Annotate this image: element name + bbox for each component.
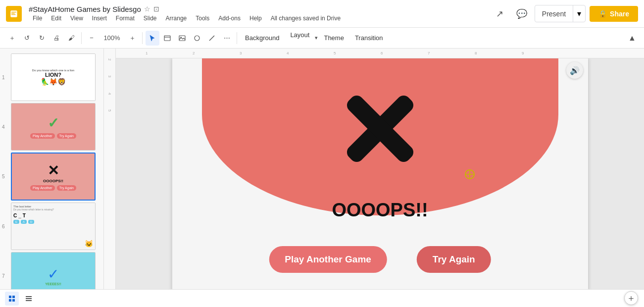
svg-rect-18	[12, 299, 15, 302]
theme-btn[interactable]: Theme	[319, 31, 348, 45]
transition-btn[interactable]: Transition	[350, 31, 388, 45]
redo-btn[interactable]: ↻	[35, 31, 49, 46]
text-box-btn[interactable]	[160, 31, 174, 46]
present-dropdown-arrow[interactable]: ▾	[573, 5, 585, 22]
slide6-btn-e: E	[13, 220, 19, 224]
slide4-btns: Play Another Try Again	[30, 133, 76, 139]
zoom-level[interactable]: 100%	[99, 31, 124, 46]
menu-edit[interactable]: Edit	[47, 14, 65, 23]
comments-icon[interactable]: 💬	[513, 5, 531, 23]
menu-bar: File Edit View Insert Format Slide Arran…	[29, 14, 341, 23]
divider1	[81, 32, 82, 44]
x-mark	[336, 84, 425, 180]
slide5-btn1: Play Another	[30, 185, 55, 191]
present-label[interactable]: Present	[535, 6, 573, 21]
svg-line-9	[209, 36, 214, 41]
slide1-preview: Do you know which one is a lion LION? 🦜🦊…	[11, 54, 95, 101]
zoom-in-btn[interactable]: ＋	[125, 31, 139, 46]
new-slide-btn[interactable]: ＋	[5, 31, 19, 46]
slide6-btns: E A D	[13, 220, 34, 224]
slide-num-7: 7	[2, 273, 5, 278]
slide6-subtitle: Do you know which letter is missing?	[13, 208, 54, 211]
ruler-mark-7: 7	[428, 51, 430, 55]
svg-rect-16	[12, 296, 15, 298]
menu-tools[interactable]: Tools	[192, 14, 213, 23]
more-tools-btn[interactable]: ⋯	[220, 31, 234, 46]
menu-slide[interactable]: Slide	[140, 14, 161, 23]
slide4-check: ✓	[48, 115, 59, 131]
undo-btn[interactable]: ↺	[20, 31, 34, 46]
share-label: Share	[610, 10, 629, 18]
slide1-answer: LION?	[45, 72, 61, 78]
menu-addons[interactable]: Add-ons	[214, 14, 245, 23]
play-another-game-button[interactable]: Play Another Game	[269, 246, 387, 273]
app-title-row: #StayAtHome Games by Slidesgo ☆ ⊡	[29, 5, 341, 13]
collapse-toolbar-btn[interactable]: ▲	[625, 31, 639, 45]
slide-thumb-5[interactable]: 5 ✕ OOOOPS!! Play Another Try Again	[11, 153, 96, 200]
select-tool[interactable]	[146, 31, 159, 46]
slide4-btn2: Try Again	[57, 133, 76, 139]
slide6-btn-d: D	[28, 220, 34, 224]
svg-rect-19	[26, 296, 32, 297]
slide5-btn2: Try Again	[57, 185, 76, 191]
oooops-text: OOOOPS!!	[332, 200, 428, 221]
ruler-mark-5: 5	[334, 51, 336, 55]
bottom-bar: ＋	[0, 289, 644, 307]
slide4-preview: ✓ Play Another Try Again	[11, 103, 95, 150]
layout-label[interactable]: Layout	[285, 31, 314, 45]
try-again-button[interactable]: Try Again	[417, 246, 491, 273]
line-btn[interactable]	[205, 31, 219, 46]
slide-num-1: 1	[2, 75, 5, 80]
slide-thumb-7[interactable]: 7 ✓ YEEEES!!	[11, 252, 96, 289]
divider2	[142, 32, 143, 44]
ruler-mark-3: 3	[240, 51, 242, 55]
menu-help[interactable]: Help	[246, 14, 266, 23]
menu-file[interactable]: File	[29, 14, 46, 23]
add-element-btn[interactable]: ＋	[624, 291, 638, 305]
zoom-out-btn[interactable]: −	[85, 31, 99, 46]
menu-insert[interactable]: Insert	[88, 14, 111, 23]
paintformat-btn[interactable]: 🖌	[64, 31, 78, 46]
slide5-btns: Play Another Try Again	[30, 185, 76, 191]
ruler-mark-4: 4	[287, 51, 289, 55]
svg-rect-21	[26, 300, 32, 301]
svg-rect-15	[9, 296, 11, 298]
slide-num-5: 5	[2, 174, 5, 179]
shapes-btn[interactable]	[190, 31, 204, 46]
title-area: #StayAtHome Games by Slidesgo ☆ ⊡ File E…	[29, 5, 341, 23]
grid-view-btn[interactable]	[5, 292, 19, 306]
menu-format[interactable]: Format	[112, 14, 139, 23]
top-bar: #StayAtHome Games by Slidesgo ☆ ⊡ File E…	[0, 0, 644, 28]
slide-thumb-1[interactable]: 1 Do you know which one is a lion LION? …	[11, 53, 96, 101]
present-button-group: Present ▾	[535, 5, 586, 22]
action-buttons: Play Another Game Try Again	[269, 246, 491, 273]
ruler-mark-8: 8	[475, 51, 477, 55]
slide4-btn1: Play Another	[30, 133, 55, 139]
layout-arrow[interactable]: ▾	[315, 35, 318, 41]
slide-thumb-4[interactable]: 4 ✓ Play Another Try Again	[11, 103, 96, 151]
slide-canvas: OOOOPS!! Play Another Game Try Again 🔊	[172, 58, 588, 289]
sound-button[interactable]: 🔊	[566, 62, 583, 79]
ruler-mark-2: 2	[193, 51, 195, 55]
slide7-text: YEEEES!!	[45, 282, 61, 286]
slide-thumb-6[interactable]: 6 The last letter Do you know which lett…	[11, 203, 96, 250]
list-view-btn[interactable]	[22, 292, 36, 306]
menu-view[interactable]: View	[66, 14, 87, 23]
layout-dropdown[interactable]: Layout ▾	[285, 31, 318, 45]
slide-num-6: 6	[2, 223, 5, 229]
activity-icon[interactable]: ↗	[491, 5, 509, 23]
canvas-wrapper: OOOOPS!! Play Another Game Try Again 🔊	[116, 58, 644, 289]
slide6-letters: C_T	[13, 213, 26, 218]
ruler-mark-1: 1	[146, 51, 148, 55]
share-button[interactable]: 🔒 Share	[590, 6, 638, 22]
folder-icon[interactable]: ⊡	[153, 5, 159, 13]
background-btn[interactable]: Background	[240, 31, 284, 45]
print-btn[interactable]: 🖨	[50, 31, 63, 46]
image-btn[interactable]	[175, 31, 189, 46]
svg-rect-6	[179, 36, 185, 41]
divider3	[237, 32, 237, 44]
star-icon[interactable]: ☆	[144, 5, 150, 13]
app-title-text: #StayAtHome Games by Slidesgo	[29, 5, 141, 13]
menu-arrange[interactable]: Arrange	[162, 14, 191, 23]
svg-rect-1	[11, 11, 16, 12]
